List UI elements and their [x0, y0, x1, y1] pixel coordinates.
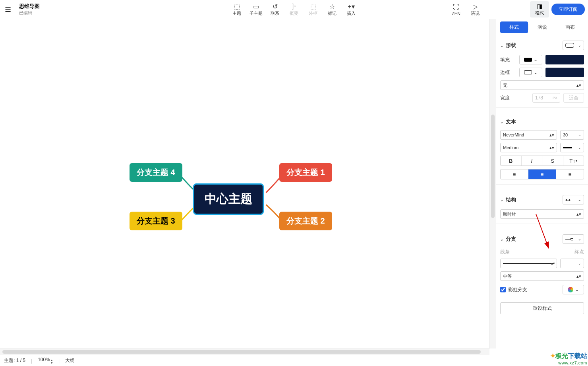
- border-style-dropdown[interactable]: 无▴▾: [500, 80, 584, 90]
- chevron-down-icon: ⌄: [578, 146, 581, 150]
- text-style-segment: B I S Tᴛ▾: [500, 156, 584, 166]
- italic-button[interactable]: I: [522, 156, 543, 165]
- pitch-button[interactable]: ▷演说: [466, 1, 485, 18]
- tab-style[interactable]: 样式: [500, 21, 528, 33]
- fill-swatch-dropdown[interactable]: ⌄: [519, 55, 542, 64]
- font-size-dropdown[interactable]: 30⌄: [560, 130, 584, 140]
- align-center-button[interactable]: ≡: [528, 169, 556, 179]
- spinner-icon: ▴▾: [576, 83, 581, 88]
- boundary-icon: ⬚: [310, 2, 316, 10]
- summary-button: ]◦概要: [284, 1, 304, 18]
- center-topic-node[interactable]: 中心主题: [193, 183, 264, 215]
- canvas[interactable]: 中心主题 分支主题 1 分支主题 2 分支主题 3 分支主题 4: [0, 19, 496, 355]
- bold-button[interactable]: B: [501, 156, 522, 165]
- section-text: ⌄文本 NeverMind▴▾ 30⌄ Medium▴▾ ⌄ B I S Tᴛ▾…: [500, 117, 584, 179]
- spinner-icon: ▴▾: [576, 274, 581, 279]
- subtopic-button[interactable]: ▭子主题: [246, 1, 265, 18]
- spinner-icon: ▴▾: [576, 212, 581, 217]
- chevron-down-icon: ⌄: [575, 287, 579, 292]
- insert-button[interactable]: +▾插入: [342, 1, 361, 18]
- structure-direction-dropdown[interactable]: 顺时针▴▾: [500, 209, 584, 219]
- main-area: 中心主题 分支主题 1 分支主题 2 分支主题 3 分支主题 4 样式 演说 画…: [0, 19, 588, 355]
- section-text-header[interactable]: ⌄文本: [500, 117, 584, 127]
- branch-style-dropdown[interactable]: ―⊂⌄: [563, 234, 584, 244]
- relation-icon: ↺: [273, 2, 278, 10]
- fit-button: 适合: [563, 93, 584, 103]
- outline-button[interactable]: 大纲: [65, 357, 75, 364]
- font-weight-dropdown[interactable]: Medium▴▾: [500, 143, 557, 152]
- canvas-inner: 中心主题 分支主题 1 分支主题 2 分支主题 3 分支主题 4: [0, 19, 496, 355]
- tab-pitch[interactable]: 演说: [528, 21, 556, 33]
- fill-color-block[interactable]: [545, 55, 584, 64]
- horizontal-scrollbar[interactable]: [0, 348, 489, 355]
- insert-icon: +▾: [348, 2, 354, 10]
- align-center-icon: ≡: [541, 171, 544, 177]
- shape-dropdown[interactable]: ⌄: [563, 41, 584, 50]
- chevron-down-icon: ⌄: [578, 198, 581, 202]
- subtopic-icon: ▭: [253, 2, 259, 10]
- marker-button[interactable]: ☆标记: [323, 1, 342, 18]
- menu-icon[interactable]: ☰: [0, 5, 16, 14]
- fill-label: 填充: [500, 56, 516, 63]
- divider: [496, 224, 588, 224]
- tab-canvas[interactable]: 画布: [556, 21, 584, 33]
- spinner-icon: ▴▾: [51, 359, 53, 364]
- strike-button[interactable]: S: [542, 156, 563, 165]
- align-right-button[interactable]: ≡: [556, 169, 584, 179]
- border-swatch-dropdown[interactable]: ⌄: [519, 68, 542, 77]
- font-color-icon: [563, 147, 572, 148]
- spinner-icon: ▴▾: [549, 145, 554, 150]
- titlebar: — □ ✕ ☰ 思维导图 已编辑 ⬚主题 ▭子主题 ↺联系 ]◦概要 ⬚外框 ☆…: [0, 0, 588, 19]
- topic-button[interactable]: ⬚主题: [227, 1, 246, 18]
- subscribe-button[interactable]: 立即订阅: [551, 4, 585, 15]
- relation-button[interactable]: ↺联系: [265, 1, 284, 18]
- chevron-down-icon: ⌄: [500, 198, 503, 202]
- zen-button[interactable]: ⛶ZEN: [447, 1, 466, 18]
- toolbar-right: ⛶ZEN ▷演说: [447, 1, 485, 18]
- rounded-rect-icon: [565, 43, 574, 48]
- branch-node-1[interactable]: 分支主题 1: [279, 163, 332, 182]
- structure-type-dropdown[interactable]: ⊶⌄: [563, 195, 584, 204]
- chevron-down-icon: ⌄: [578, 237, 581, 241]
- endpoint-dropdown[interactable]: —⌄: [560, 259, 584, 268]
- pitch-icon: ▷: [473, 2, 478, 10]
- font-color-dropdown[interactable]: ⌄: [560, 143, 584, 152]
- horizontal-scrollbar-thumb[interactable]: [2, 350, 481, 354]
- statusbar: 主题: 1 / 5 | 100%▴▾ | 大纲: [0, 355, 588, 366]
- branch-node-3[interactable]: 分支主题 3: [130, 212, 182, 230]
- zoom-control[interactable]: 100%▴▾: [38, 357, 53, 364]
- marker-icon: ☆: [329, 2, 335, 10]
- border-swatch-icon: [524, 70, 532, 74]
- rainbow-branch-label: 彩虹分支: [508, 286, 527, 293]
- line-style-dropdown[interactable]: ▴▾: [500, 259, 557, 268]
- width-input[interactable]: 178PX: [532, 93, 560, 103]
- section-shape-header[interactable]: ⌄形状 ⌄: [500, 39, 584, 52]
- rainbow-color-dropdown[interactable]: ⌄: [563, 285, 584, 294]
- vertical-scrollbar[interactable]: [489, 19, 496, 348]
- align-left-button[interactable]: ≡: [501, 169, 528, 179]
- rainbow-branch-checkbox[interactable]: [500, 287, 506, 292]
- section-branch-header[interactable]: ⌄分支 ―⊂⌄: [500, 233, 584, 245]
- section-structure: ⌄结构 ⊶⌄ 顺时针▴▾: [500, 193, 584, 219]
- branch-node-4[interactable]: 分支主题 4: [130, 163, 182, 182]
- summary-icon: ]◦: [292, 2, 296, 10]
- boundary-button: ⬚外框: [304, 1, 323, 18]
- chevron-down-icon: ⌄: [500, 237, 503, 241]
- branch-node-2[interactable]: 分支主题 2: [279, 212, 332, 230]
- reset-style-button[interactable]: 重设样式: [500, 302, 584, 314]
- toolbar-center: ⬚主题 ▭子主题 ↺联系 ]◦概要 ⬚外框 ☆标记 +▾插入: [227, 1, 361, 18]
- format-panel-button[interactable]: ◨格式: [530, 1, 549, 18]
- zen-icon: ⛶: [453, 3, 459, 11]
- border-color-block[interactable]: [545, 68, 584, 77]
- status-separator: |: [58, 358, 60, 364]
- spinner-icon: ▴▾: [551, 262, 555, 265]
- line-thickness-dropdown[interactable]: 中等▴▾: [500, 271, 584, 281]
- align-left-icon: ≡: [513, 171, 516, 177]
- vertical-scrollbar-thumb[interactable]: [491, 115, 495, 218]
- endpoint-icon: —: [563, 261, 567, 266]
- document-title: 思维导图: [19, 3, 40, 10]
- font-family-dropdown[interactable]: NeverMind▴▾: [500, 130, 557, 140]
- section-structure-header[interactable]: ⌄结构 ⊶⌄: [500, 193, 584, 206]
- chevron-down-icon: ⌄: [534, 70, 538, 75]
- textcase-button[interactable]: Tᴛ▾: [563, 156, 584, 165]
